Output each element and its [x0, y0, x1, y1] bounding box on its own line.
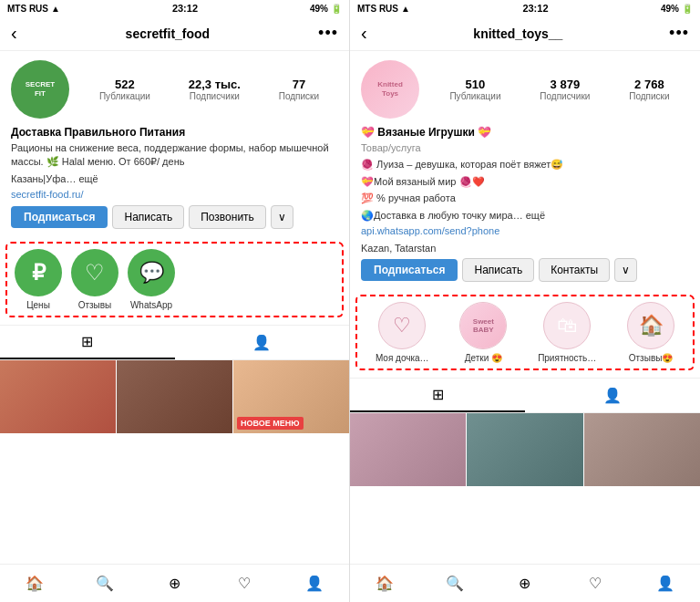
dropdown-button-left[interactable]: ∨: [271, 205, 293, 229]
tab-tagged-right[interactable]: 👤: [525, 379, 700, 412]
stat-followers-num-right: 3 879: [540, 78, 590, 91]
battery-icon-right: 🔋: [682, 4, 693, 14]
highlight-kids[interactable]: SweetBABY Детки 😍: [459, 302, 507, 363]
status-right-left: 49% 🔋: [310, 4, 342, 14]
stat-following-num-left: 77: [279, 78, 319, 91]
profile-tabs-right: ⊞ 👤: [350, 378, 700, 413]
photo-grid-left: НОВОЕ МЕНЮ: [0, 360, 349, 564]
bottom-nav-left: 🏠 🔍 ⊕ ♡ 👤: [0, 564, 349, 602]
nav-search-left[interactable]: 🔍: [87, 570, 123, 597]
highlight-label-daughter: Моя дочка…: [376, 353, 429, 363]
stat-posts-right: 510 Публикации: [449, 78, 500, 101]
dropdown-button-right[interactable]: ∨: [614, 258, 637, 282]
search-icon-left: 🔍: [96, 575, 114, 592]
profile-name-left: Доставка Правильного Питания: [11, 126, 338, 139]
photo-cell-r2[interactable]: [467, 413, 582, 486]
highlight-reviews-right[interactable]: 🏠 Отзывы😍: [627, 302, 674, 363]
home-icon-left: 🏠: [26, 575, 44, 592]
highlight-reviews-left[interactable]: ♡ Отзывы: [71, 249, 118, 310]
nav-bar-right: ‹ knitted_toys__ •••: [350, 16, 700, 51]
stat-followers-right: 3 879 Подписчики: [540, 78, 590, 101]
avatar-logo-left: SECRETFIT: [26, 80, 55, 98]
status-left: MTS RUS ▲: [7, 4, 60, 14]
nav-heart-left[interactable]: ♡: [226, 570, 262, 597]
nav-add-left[interactable]: ⊕: [156, 570, 192, 597]
tab-tagged-left[interactable]: 👤: [175, 326, 350, 359]
nav-home-right[interactable]: 🏠: [366, 570, 403, 597]
highlight-gifts[interactable]: 🛍 Приятность…: [538, 302, 596, 363]
profile-section-left: SECRETFIT 522 Публикации 22,3 тыс. Подпи…: [0, 51, 349, 242]
tab-grid-left[interactable]: ⊞: [0, 326, 175, 359]
highlight-circle-prices: ₽: [15, 249, 62, 296]
stats-right: 510 Публикации 3 879 Подписчики 2 768 По…: [430, 78, 689, 101]
carrier-left: MTS RUS: [7, 4, 48, 14]
highlight-daughter[interactable]: ♡ Моя дочка…: [376, 302, 429, 363]
time-left: 23:12: [172, 3, 198, 14]
photo-cell-2[interactable]: [117, 360, 232, 433]
highlight-circle-kids: SweetBABY: [459, 302, 507, 349]
status-left-right: MTS RUS ▲: [357, 4, 410, 14]
highlight-circle-gifts: 🛍: [543, 302, 591, 349]
nav-home-left[interactable]: 🏠: [16, 570, 53, 597]
prices-icon: ₽: [32, 260, 46, 285]
message-button-right[interactable]: Написать: [462, 258, 534, 282]
message-button-left[interactable]: Написать: [112, 205, 184, 229]
follow-button-right[interactable]: Подписаться: [361, 259, 458, 281]
more-button-right[interactable]: •••: [669, 24, 689, 43]
stat-posts-label-right: Публикации: [449, 91, 500, 101]
back-button-right[interactable]: ‹: [361, 23, 367, 44]
contacts-button-right[interactable]: Контакты: [539, 258, 610, 282]
nav-profile-right[interactable]: 👤: [647, 570, 684, 597]
daughter-icon: ♡: [393, 314, 411, 337]
signal-icon-right: ▲: [401, 4, 410, 14]
profile-nav-icon-left: 👤: [305, 575, 324, 592]
status-right-right: 49% 🔋: [661, 4, 693, 14]
highlight-label-reviews-left: Отзывы: [78, 300, 112, 310]
heart-nav-icon-left: ♡: [238, 575, 251, 592]
photo-cell-r1[interactable]: [350, 413, 466, 486]
highlight-label-gifts: Приятность…: [538, 353, 596, 363]
heart-icon-left: ♡: [85, 260, 105, 285]
nav-search-right[interactable]: 🔍: [437, 570, 473, 597]
nav-heart-right[interactable]: ♡: [577, 570, 613, 597]
follow-button-left[interactable]: Подписаться: [11, 206, 108, 228]
highlight-prices[interactable]: ₽ Цены: [15, 249, 62, 310]
profile-whatsapp-link-right[interactable]: api.whatsapp.com/send?phone: [361, 225, 689, 236]
status-bar-left: MTS RUS ▲ 23:12 49% 🔋: [0, 0, 349, 16]
tab-grid-right[interactable]: ⊞: [350, 379, 525, 412]
nav-bar-left: ‹ secretfit_food •••: [0, 16, 349, 51]
left-phone-panel: MTS RUS ▲ 23:12 49% 🔋 ‹ secretfit_food •…: [0, 0, 350, 602]
profile-header-right: KnittedToys 510 Публикации 3 879 Подписч…: [361, 60, 689, 119]
photo-cell-3[interactable]: НОВОЕ МЕНЮ: [233, 360, 349, 433]
right-phone-panel: MTS RUS ▲ 23:12 49% 🔋 ‹ knitted_toys__ •…: [350, 0, 700, 602]
back-button-left[interactable]: ‹: [11, 23, 17, 44]
nav-add-right[interactable]: ⊕: [507, 570, 543, 597]
highlight-whatsapp[interactable]: 💬 WhatsApp: [128, 249, 175, 310]
status-bar-right: MTS RUS ▲ 23:12 49% 🔋: [350, 0, 700, 16]
profile-name-right: 💝 Вязаные Игрушки 💝: [361, 126, 689, 139]
photo-cell-1[interactable]: [0, 360, 116, 433]
avatar-right[interactable]: KnittedToys: [361, 60, 419, 119]
highlight-circle-reviews-left: ♡: [71, 249, 118, 296]
stat-posts-num-left: 522: [99, 78, 150, 91]
stat-posts-label-left: Публикации: [99, 91, 150, 101]
stat-followers-label-left: Подписчики: [189, 91, 241, 101]
highlight-label-prices: Цены: [26, 300, 50, 310]
stat-following-right: 2 768 Подписки: [629, 78, 669, 101]
nav-profile-left[interactable]: 👤: [296, 570, 333, 597]
add-icon-right: ⊕: [519, 575, 530, 592]
profile-nav-icon-right: 👤: [656, 575, 674, 592]
signal-icon-left: ▲: [51, 4, 60, 14]
house-icon: 🏠: [639, 314, 664, 337]
avatar-left[interactable]: SECRETFIT: [11, 60, 69, 119]
profile-link-left[interactable]: secretfit-food.ru/: [11, 189, 338, 200]
avatar-logo-right: KnittedToys: [377, 80, 403, 98]
more-button-left[interactable]: •••: [318, 24, 338, 43]
call-button-left[interactable]: Позвонить: [189, 205, 266, 229]
novo-menu-label: НОВОЕ МЕНЮ: [237, 417, 304, 430]
highlight-circle-daughter: ♡: [378, 302, 426, 349]
add-icon-left: ⊕: [169, 575, 180, 592]
photo-cell-r3[interactable]: [584, 413, 700, 486]
grid-icon-left: ⊞: [81, 333, 93, 350]
action-buttons-right: Подписаться Написать Контакты ∨: [361, 258, 689, 282]
